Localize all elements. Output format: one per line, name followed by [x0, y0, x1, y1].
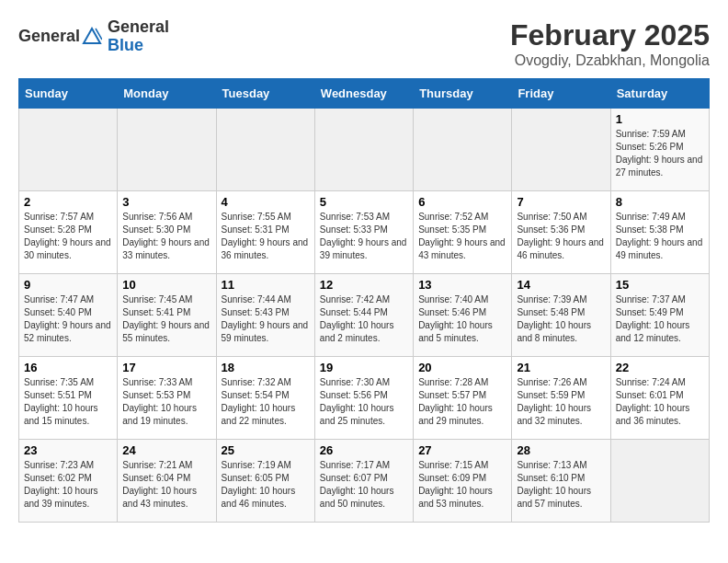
calendar-cell: 5Sunrise: 7:53 AM Sunset: 5:33 PM Daylig… — [314, 191, 413, 274]
calendar-cell: 2Sunrise: 7:57 AM Sunset: 5:28 PM Daylig… — [19, 191, 118, 274]
day-info: Sunrise: 7:30 AM Sunset: 5:56 PM Dayligh… — [320, 376, 408, 428]
calendar-cell: 26Sunrise: 7:17 AM Sunset: 6:07 PM Dayli… — [314, 440, 413, 523]
day-number: 26 — [320, 443, 408, 457]
day-number: 4 — [222, 195, 310, 209]
day-number: 28 — [517, 443, 605, 457]
day-number: 14 — [517, 278, 605, 292]
day-number: 22 — [616, 361, 704, 374]
calendar-cell: 8Sunrise: 7:49 AM Sunset: 5:38 PM Daylig… — [610, 191, 709, 274]
calendar-cell — [216, 109, 314, 191]
calendar-cell: 23Sunrise: 7:23 AM Sunset: 6:02 PM Dayli… — [19, 440, 118, 523]
day-info: Sunrise: 7:44 AM Sunset: 5:43 PM Dayligh… — [222, 293, 310, 345]
weekday-header: Sunday — [19, 79, 118, 109]
title-section: February 2025 Ovogdiy, Dzabkhan, Mongoli… — [510, 18, 710, 69]
day-number: 5 — [320, 195, 408, 209]
weekday-header: Thursday — [414, 79, 512, 109]
calendar-cell: 17Sunrise: 7:33 AM Sunset: 5:53 PM Dayli… — [118, 357, 216, 440]
calendar-cell: 10Sunrise: 7:45 AM Sunset: 5:41 PM Dayli… — [118, 274, 216, 357]
day-number: 20 — [418, 361, 506, 374]
weekday-header: Saturday — [610, 79, 709, 109]
calendar-cell: 9Sunrise: 7:47 AM Sunset: 5:40 PM Daylig… — [19, 274, 118, 357]
day-number: 8 — [616, 195, 704, 209]
calendar-cell: 18Sunrise: 7:32 AM Sunset: 5:54 PM Dayli… — [216, 357, 314, 440]
day-info: Sunrise: 7:21 AM Sunset: 6:04 PM Dayligh… — [122, 459, 210, 511]
day-info: Sunrise: 7:39 AM Sunset: 5:48 PM Dayligh… — [517, 293, 605, 345]
weekday-header: Wednesday — [314, 79, 413, 109]
day-number: 12 — [320, 278, 408, 292]
calendar-week-row: 2Sunrise: 7:57 AM Sunset: 5:28 PM Daylig… — [19, 191, 710, 274]
calendar-cell: 19Sunrise: 7:30 AM Sunset: 5:56 PM Dayli… — [314, 357, 413, 440]
day-number: 9 — [24, 278, 112, 292]
day-info: Sunrise: 7:37 AM Sunset: 5:49 PM Dayligh… — [616, 293, 704, 345]
day-info: Sunrise: 7:35 AM Sunset: 5:51 PM Dayligh… — [24, 376, 112, 428]
day-info: Sunrise: 7:45 AM Sunset: 5:41 PM Dayligh… — [122, 293, 210, 345]
day-info: Sunrise: 7:53 AM Sunset: 5:33 PM Dayligh… — [320, 211, 408, 262]
day-number: 18 — [222, 361, 310, 374]
calendar-cell: 4Sunrise: 7:55 AM Sunset: 5:31 PM Daylig… — [216, 191, 314, 274]
weekday-header: Friday — [512, 79, 610, 109]
calendar-cell — [512, 109, 610, 191]
logo: General General Blue — [18, 18, 169, 55]
header: General General Blue February 2025 Ovogd… — [18, 18, 710, 69]
calendar-cell: 3Sunrise: 7:56 AM Sunset: 5:30 PM Daylig… — [118, 191, 216, 274]
day-number: 17 — [122, 361, 210, 374]
calendar-cell — [118, 109, 216, 191]
day-number: 25 — [222, 443, 310, 457]
calendar-week-row: 16Sunrise: 7:35 AM Sunset: 5:51 PM Dayli… — [19, 357, 710, 440]
calendar-week-row: 23Sunrise: 7:23 AM Sunset: 6:02 PM Dayli… — [19, 440, 710, 523]
calendar-cell: 16Sunrise: 7:35 AM Sunset: 5:51 PM Dayli… — [19, 357, 118, 440]
day-info: Sunrise: 7:28 AM Sunset: 5:57 PM Dayligh… — [418, 376, 506, 428]
calendar-cell — [314, 109, 413, 191]
weekday-header: Monday — [118, 79, 216, 109]
calendar-cell: 12Sunrise: 7:42 AM Sunset: 5:44 PM Dayli… — [314, 274, 413, 357]
calendar-table: SundayMondayTuesdayWednesdayThursdayFrid… — [18, 78, 710, 523]
calendar-cell: 7Sunrise: 7:50 AM Sunset: 5:36 PM Daylig… — [512, 191, 610, 274]
calendar-week-row: 1Sunrise: 7:59 AM Sunset: 5:26 PM Daylig… — [19, 109, 710, 191]
day-info: Sunrise: 7:32 AM Sunset: 5:54 PM Dayligh… — [222, 376, 310, 428]
day-number: 19 — [320, 361, 408, 374]
day-number: 21 — [517, 361, 605, 374]
logo-general-text: General — [108, 18, 169, 37]
day-info: Sunrise: 7:47 AM Sunset: 5:40 PM Dayligh… — [24, 293, 112, 345]
day-info: Sunrise: 7:19 AM Sunset: 6:05 PM Dayligh… — [222, 459, 310, 511]
calendar-cell: 28Sunrise: 7:13 AM Sunset: 6:10 PM Dayli… — [512, 440, 610, 523]
day-info: Sunrise: 7:33 AM Sunset: 5:53 PM Dayligh… — [122, 376, 210, 428]
subtitle: Ovogdiy, Dzabkhan, Mongolia — [510, 52, 710, 69]
day-number: 16 — [24, 361, 112, 374]
calendar-cell: 27Sunrise: 7:15 AM Sunset: 6:09 PM Dayli… — [414, 440, 512, 523]
day-number: 13 — [418, 278, 506, 292]
calendar-cell: 24Sunrise: 7:21 AM Sunset: 6:04 PM Dayli… — [118, 440, 216, 523]
logo-blue-text: Blue — [108, 37, 169, 55]
day-number: 23 — [24, 443, 112, 457]
day-number: 1 — [616, 112, 704, 126]
calendar-cell: 20Sunrise: 7:28 AM Sunset: 5:57 PM Dayli… — [414, 357, 512, 440]
day-number: 24 — [122, 443, 210, 457]
day-info: Sunrise: 7:15 AM Sunset: 6:09 PM Dayligh… — [418, 459, 506, 511]
calendar-week-row: 9Sunrise: 7:47 AM Sunset: 5:40 PM Daylig… — [19, 274, 710, 357]
calendar-cell: 25Sunrise: 7:19 AM Sunset: 6:05 PM Dayli… — [216, 440, 314, 523]
day-number: 7 — [517, 195, 605, 209]
day-info: Sunrise: 7:50 AM Sunset: 5:36 PM Dayligh… — [517, 211, 605, 262]
calendar-cell — [19, 109, 118, 191]
day-info: Sunrise: 7:55 AM Sunset: 5:31 PM Dayligh… — [222, 211, 310, 262]
svg-marker-0 — [84, 29, 100, 43]
day-info: Sunrise: 7:49 AM Sunset: 5:38 PM Dayligh… — [616, 211, 704, 262]
calendar-cell — [414, 109, 512, 191]
day-info: Sunrise: 7:42 AM Sunset: 5:44 PM Dayligh… — [320, 293, 408, 345]
day-info: Sunrise: 7:56 AM Sunset: 5:30 PM Dayligh… — [122, 211, 210, 262]
day-number: 27 — [418, 443, 506, 457]
day-number: 6 — [418, 195, 506, 209]
main-title: February 2025 — [510, 18, 710, 52]
day-info: Sunrise: 7:57 AM Sunset: 5:28 PM Dayligh… — [24, 211, 112, 262]
calendar-cell — [610, 440, 709, 523]
day-number: 2 — [24, 195, 112, 209]
day-number: 15 — [616, 278, 704, 292]
calendar-cell: 11Sunrise: 7:44 AM Sunset: 5:43 PM Dayli… — [216, 274, 314, 357]
day-info: Sunrise: 7:52 AM Sunset: 5:35 PM Dayligh… — [418, 211, 506, 262]
day-info: Sunrise: 7:40 AM Sunset: 5:46 PM Dayligh… — [418, 293, 506, 345]
calendar-cell: 22Sunrise: 7:24 AM Sunset: 6:01 PM Dayli… — [610, 357, 709, 440]
calendar-cell: 1Sunrise: 7:59 AM Sunset: 5:26 PM Daylig… — [610, 109, 709, 191]
calendar-cell: 14Sunrise: 7:39 AM Sunset: 5:48 PM Dayli… — [512, 274, 610, 357]
day-info: Sunrise: 7:59 AM Sunset: 5:26 PM Dayligh… — [616, 128, 704, 179]
weekday-header-row: SundayMondayTuesdayWednesdayThursdayFrid… — [19, 79, 710, 109]
